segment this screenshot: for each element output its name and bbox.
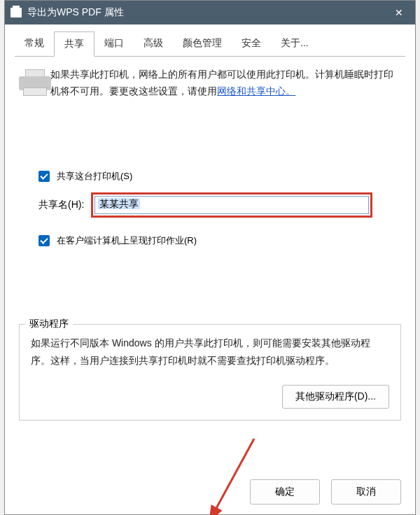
client-area: 常规 共享 端口 高级 颜色管理 安全 关于... 如果共享此打印机，网络上的所… — [5, 24, 415, 514]
printer-large-icon — [19, 69, 38, 97]
tab-security[interactable]: 安全 — [232, 31, 271, 56]
tab-sharing[interactable]: 共享 — [54, 31, 94, 57]
render-jobs-row[interactable]: 在客户端计算机上呈现打印作业(R) — [38, 234, 401, 247]
tab-color-management[interactable]: 颜色管理 — [173, 31, 232, 56]
titlebar[interactable]: 导出为WPS PDF 属性 ✕ — [5, 1, 415, 24]
annotation-highlight-box: 某某共享 — [91, 192, 372, 218]
drivers-groupbox: 驱动程序 如果运行不同版本 Windows 的用户共享此打印机，则可能需要安装其… — [19, 324, 401, 421]
share-name-input[interactable]: 某某共享 — [94, 196, 369, 214]
cancel-button[interactable]: 取消 — [331, 479, 401, 505]
share-name-label: 共享名(H): — [38, 199, 84, 211]
window-title: 导出为WPS PDF 属性 — [27, 6, 124, 19]
render-jobs-label: 在客户端计算机上呈现打印作业(R) — [57, 234, 197, 247]
other-drivers-button[interactable]: 其他驱动程序(D)... — [282, 385, 389, 409]
tab-strip: 常规 共享 端口 高级 颜色管理 安全 关于... — [15, 31, 405, 57]
share-name-value: 某某共享 — [98, 198, 140, 209]
tab-advanced[interactable]: 高级 — [134, 31, 173, 56]
dialog-button-bar: 确定 取消 — [19, 465, 401, 505]
intro-text: 如果共享此打印机，网络上的所有用户都可以使用此打印机。计算机睡眠时打印机将不可用… — [50, 66, 401, 100]
drivers-legend: 驱动程序 — [25, 318, 73, 330]
tab-about[interactable]: 关于... — [271, 31, 318, 56]
intro-row: 如果共享此打印机，网络上的所有用户都可以使用此打印机。计算机睡眠时打印机将不可用… — [19, 66, 401, 100]
tab-ports[interactable]: 端口 — [94, 31, 134, 56]
ok-button[interactable]: 确定 — [250, 479, 320, 505]
printer-icon — [10, 8, 22, 17]
checkbox-checked-icon[interactable] — [38, 235, 50, 246]
checkbox-checked-icon[interactable] — [38, 171, 50, 182]
share-name-row: 共享名(H): 某某共享 — [38, 192, 401, 218]
tab-content: 如果共享此打印机，网络上的所有用户都可以使用此打印机。计算机睡眠时打印机将不可用… — [15, 57, 405, 505]
share-form: 共享这台打印机(S) 共享名(H): 某某共享 在客户端计算机上呈现打印作业(R… — [19, 170, 401, 257]
share-printer-label: 共享这台打印机(S) — [57, 170, 132, 183]
network-sharing-center-link[interactable]: 网络和共享中心。 — [217, 85, 295, 97]
printer-properties-dialog: 导出为WPS PDF 属性 ✕ 常规 共享 端口 高级 颜色管理 安全 关于..… — [4, 0, 416, 515]
close-button[interactable]: ✕ — [388, 7, 410, 18]
drivers-body-text: 如果运行不同版本 Windows 的用户共享此打印机，则可能需要安装其他驱动程序… — [31, 334, 389, 369]
share-printer-row[interactable]: 共享这台打印机(S) — [38, 170, 401, 183]
tab-general[interactable]: 常规 — [15, 31, 54, 56]
